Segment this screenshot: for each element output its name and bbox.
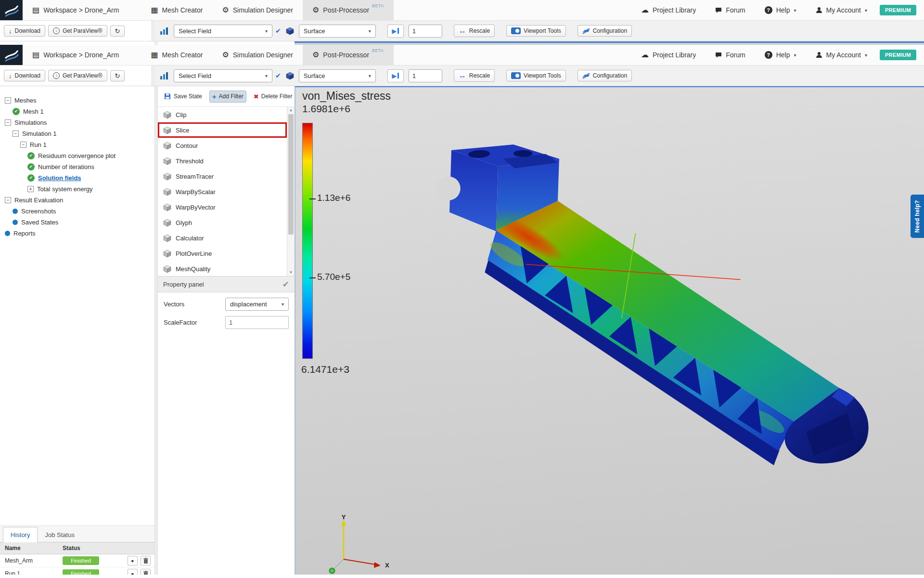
representation-dropdown[interactable]: Surface ▾ xyxy=(299,69,376,82)
select-field-dropdown[interactable]: Select Field ▾ xyxy=(174,25,272,38)
filter-item-streamtracer[interactable]: StreamTracer xyxy=(158,169,287,184)
tree-item-run-1[interactable]: − Run 1 xyxy=(0,139,154,150)
project-library-link[interactable]: ☁ Project Library xyxy=(631,0,706,20)
play-bar-icon xyxy=(398,73,399,79)
collapse-icon[interactable]: − xyxy=(20,142,26,148)
tab-mesh-creator[interactable]: ▦ Mesh Creator xyxy=(141,45,212,65)
viewport-tools-button[interactable]: Viewport Tools xyxy=(506,25,566,37)
my-account-menu[interactable]: My Account ▾ xyxy=(806,0,877,20)
play-button[interactable]: ▶ xyxy=(387,69,404,82)
filter-item-calculator[interactable]: Calculator xyxy=(158,230,287,246)
add-filter-button[interactable]: + Add Filter xyxy=(209,91,246,103)
get-paraview-button[interactable]: ↓ Get ParaView® xyxy=(48,70,107,81)
table-row[interactable]: Run 1 Finished ■ xyxy=(0,567,154,575)
tab-mesh-creator[interactable]: ▦ Mesh Creator xyxy=(141,0,212,20)
tree-item-simulations[interactable]: − Simulations xyxy=(0,117,154,128)
table-row[interactable]: Mesh_Arm Finished ■ xyxy=(0,554,154,567)
collapse-icon[interactable]: − xyxy=(5,197,11,203)
tree-item-result-evaluation[interactable]: − Result Evaluation xyxy=(0,195,154,206)
premium-badge[interactable]: PREMIUM xyxy=(880,50,916,60)
chevron-down-icon: ▾ xyxy=(865,53,867,58)
apply-field-icon[interactable]: ✔ xyxy=(275,27,281,35)
panel-divider[interactable] xyxy=(154,86,158,575)
tab-simulation-designer[interactable]: ⚙ Simulation Designer xyxy=(212,45,303,65)
help-menu[interactable]: ? Help ▾ xyxy=(755,0,806,20)
need-help-tab[interactable]: Need help? xyxy=(911,195,924,238)
frame-input[interactable] xyxy=(409,25,442,38)
refresh-button[interactable]: ↻ xyxy=(110,70,125,81)
apply-field-icon[interactable]: ✔ xyxy=(275,72,281,79)
refresh-button[interactable]: ↻ xyxy=(110,26,125,37)
tree-item-total-system-energy[interactable]: + Total system energy xyxy=(0,184,154,195)
tree-item-simulation-1[interactable]: − Simulation 1 xyxy=(0,128,154,139)
play-button[interactable]: ▶ xyxy=(387,25,404,38)
vectors-dropdown[interactable]: displacement ▾ xyxy=(225,298,289,311)
delete-filter-button[interactable]: ✖ Delete Filter xyxy=(251,91,295,102)
tree-item-solution-fields[interactable]: ✔ Solution fields xyxy=(0,172,154,184)
tab-history[interactable]: History xyxy=(3,527,38,542)
scrollbar-thumb[interactable] xyxy=(288,114,294,235)
tab-job-status[interactable]: Job Status xyxy=(38,527,81,542)
filter-item-plotoverline[interactable]: PlotOverLine xyxy=(158,246,287,261)
workspace-breadcrumb[interactable]: ▤ Workspace > Drone_Arm xyxy=(23,0,128,20)
filter-item-contour[interactable]: Contour xyxy=(158,138,287,153)
filter-item-glyph[interactable]: Glyph xyxy=(158,215,287,230)
tab-post-processor[interactable]: ⚙ Post-Processor BETA xyxy=(303,45,394,65)
tree-item-number-of-iterations[interactable]: ✔ Number of iterations xyxy=(0,161,154,172)
filter-list-scrollbar[interactable]: ▲ ▼ xyxy=(287,107,295,276)
tree-item-residuum-convergence-plot[interactable]: ✔ Residuum convergence plot xyxy=(0,150,154,161)
tab-label: Post-Processor xyxy=(323,6,369,14)
app-logo[interactable] xyxy=(0,45,23,65)
configuration-button[interactable]: Configuration xyxy=(578,70,632,81)
filter-item-warpbyscalar[interactable]: WarpByScalar xyxy=(158,184,287,199)
render-viewport[interactable]: von_Mises_stress 1.6981e+6 1.13e+6 5.70e… xyxy=(295,86,924,575)
download-button[interactable]: ↓ Download xyxy=(4,70,45,81)
collapse-icon[interactable]: − xyxy=(5,119,11,126)
rescale-button[interactable]: ↔ Rescale xyxy=(454,25,495,37)
frame-input[interactable] xyxy=(409,69,442,82)
app-logo[interactable] xyxy=(0,0,23,20)
filter-item-clip[interactable]: Clip xyxy=(158,107,287,122)
expand-icon[interactable]: + xyxy=(27,186,34,192)
download-button[interactable]: ↓ Download xyxy=(4,25,45,37)
tab-post-processor[interactable]: ⚙ Post-Processor BETA xyxy=(303,0,394,20)
scroll-up-icon[interactable]: ▲ xyxy=(287,107,295,114)
collapse-icon[interactable]: − xyxy=(13,131,19,137)
tree-item-meshes[interactable]: − Meshes xyxy=(0,95,154,106)
stop-button[interactable]: ■ xyxy=(128,569,138,575)
tree-item-mesh-1[interactable]: ✔ Mesh 1 xyxy=(0,106,154,117)
workspace-breadcrumb[interactable]: ▤ Workspace > Drone_Arm xyxy=(23,45,128,65)
stop-button[interactable]: ■ xyxy=(128,556,138,565)
forum-link[interactable]: Forum xyxy=(706,45,755,65)
link-label: Forum xyxy=(726,51,745,59)
my-account-menu[interactable]: My Account ▾ xyxy=(806,45,877,65)
filter-item-slice-selected[interactable]: Slice xyxy=(158,122,287,138)
get-paraview-button[interactable]: ↓ Get ParaView® xyxy=(48,25,107,37)
scalefactor-input[interactable] xyxy=(225,316,289,329)
tab-simulation-designer[interactable]: ⚙ Simulation Designer xyxy=(212,0,303,20)
mesh-grid-icon: ▦ xyxy=(151,6,158,14)
scroll-down-icon[interactable]: ▼ xyxy=(287,269,295,276)
representation-dropdown[interactable]: Surface ▾ xyxy=(299,25,376,38)
premium-badge[interactable]: PREMIUM xyxy=(880,5,916,15)
tree-item-reports[interactable]: Reports xyxy=(0,228,154,239)
delete-button[interactable] xyxy=(141,556,151,565)
save-state-button[interactable]: Save State xyxy=(161,90,205,103)
viewport-tools-button[interactable]: Viewport Tools xyxy=(506,70,566,81)
rescale-button[interactable]: ↔ Rescale xyxy=(454,69,495,82)
apply-check-icon[interactable]: ✔ xyxy=(282,279,289,289)
button-label: Delete Filter xyxy=(261,93,293,100)
project-library-link[interactable]: ☁ Project Library xyxy=(631,45,706,65)
collapse-icon[interactable]: − xyxy=(5,97,11,104)
job-name: Mesh_Arm xyxy=(0,557,63,564)
select-field-dropdown[interactable]: Select Field ▾ xyxy=(174,69,272,82)
filter-item-threshold[interactable]: Threshold xyxy=(158,153,287,169)
filter-item-meshquality[interactable]: MeshQuality xyxy=(158,261,287,276)
help-menu[interactable]: ? Help ▾ xyxy=(755,45,806,65)
delete-button[interactable] xyxy=(141,569,151,575)
configuration-button[interactable]: Configuration xyxy=(578,25,632,37)
forum-link[interactable]: Forum xyxy=(706,0,755,20)
tree-item-screenshots[interactable]: Screenshots xyxy=(0,206,154,217)
tree-item-saved-states[interactable]: Saved States xyxy=(0,217,154,228)
filter-item-warpbyvector[interactable]: WarpByVector xyxy=(158,199,287,215)
